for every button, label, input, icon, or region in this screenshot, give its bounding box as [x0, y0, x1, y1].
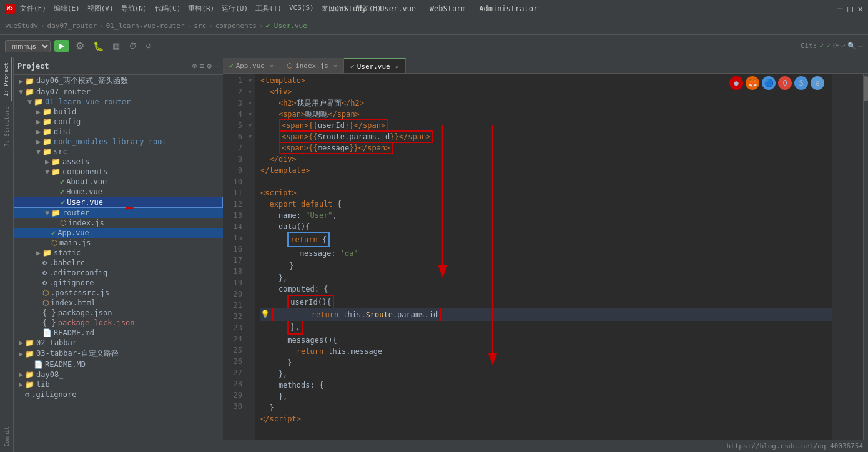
- tree-item-about[interactable]: ✔ About.vue: [14, 177, 223, 187]
- git-more-button[interactable]: ⋯: [859, 42, 863, 50]
- coverage-button[interactable]: ▦: [110, 40, 122, 52]
- code-text: data(){: [260, 221, 310, 232]
- panel-layout-icon[interactable]: ≡: [200, 61, 205, 71]
- chrome-icon[interactable]: ●: [729, 76, 743, 90]
- tree-item-packagelock[interactable]: { } package-lock.json: [14, 318, 223, 328]
- maximize-button[interactable]: □: [847, 4, 852, 14]
- git-back-button[interactable]: ↩: [841, 42, 846, 50]
- tree-item-dist[interactable]: ▶ 📁 dist: [14, 127, 223, 137]
- menu-refactor[interactable]: 重构(R): [188, 4, 214, 13]
- menu-code[interactable]: 代码(C): [155, 4, 181, 13]
- breadcrumb-src[interactable]: src: [194, 22, 206, 30]
- breadcrumb: vueStudy › day07_router › 01_learn-vue-r…: [0, 17, 868, 35]
- tree-item-gitignore[interactable]: ⚙ .gitignore: [14, 278, 223, 288]
- tree-label: build: [54, 107, 76, 116]
- safari-icon[interactable]: S: [794, 76, 808, 90]
- tab-indexjs[interactable]: ⬡ index.js ✕: [280, 58, 344, 73]
- tree-item-editorconfig[interactable]: ⚙ .editorconfig: [14, 268, 223, 278]
- fold-arrow-11[interactable]: ▼: [245, 97, 255, 109]
- tab-appvue[interactable]: ✔ App.vue ✕: [223, 58, 280, 73]
- breadcrumb-project[interactable]: vueStudy: [5, 22, 38, 30]
- tree-item-02tabbar[interactable]: ▶ 📁 02-tabbar: [14, 338, 223, 348]
- tree-item-readme[interactable]: 📄 README.md: [14, 328, 223, 338]
- tree-item-static[interactable]: ▶ 📁 static: [14, 248, 223, 258]
- tree-item-appvue[interactable]: ✔ App.vue: [14, 228, 223, 238]
- run-button[interactable]: ▶: [54, 40, 69, 52]
- tree-item-day08[interactable]: ▶ 📁 day08_: [14, 370, 223, 380]
- tree-item-indexhtml[interactable]: ⬡ index.html: [14, 298, 223, 308]
- tree-item-node-modules[interactable]: ▶ 📁 node_modules library root: [14, 137, 223, 147]
- menu-view[interactable]: 视图(V): [87, 4, 114, 13]
- tree-item-home[interactable]: ✔ Home.vue: [14, 187, 223, 197]
- tree-item-gitignore-root[interactable]: ⚙ .gitignore: [14, 390, 223, 400]
- tree-label: lib: [36, 380, 50, 389]
- rerun-button[interactable]: ↺: [143, 41, 154, 52]
- scrollbar-thumb[interactable]: [864, 76, 868, 101]
- tree-item-03tabbar[interactable]: ▶ 📁 03-tabbar-自定义路径: [14, 348, 223, 360]
- build-button[interactable]: ⚙: [73, 39, 87, 53]
- code-text: </template>: [260, 165, 310, 176]
- scrollbar-track[interactable]: [863, 74, 868, 440]
- fold-arrow-30[interactable]: ▼: [245, 131, 255, 142]
- git-check1[interactable]: ✓: [820, 42, 824, 50]
- tree-label: .gitignore: [49, 278, 94, 287]
- tree-item-01learn[interactable]: ▼ 📁 01_learn-vue-router: [14, 97, 223, 107]
- tree-item-user[interactable]: ✔ User.vue: [14, 197, 223, 208]
- menu-file[interactable]: 文件(F): [20, 4, 46, 13]
- profile-button[interactable]: ⏱: [126, 40, 139, 52]
- tree-item-babelrc[interactable]: ⚙ .babelrc: [14, 258, 223, 268]
- tree-item-readmemd[interactable]: 📄 README.MD: [14, 360, 223, 370]
- tree-item-indexjs[interactable]: ⬡ index.js: [14, 218, 223, 228]
- tree-item-build[interactable]: ▶ 📁 build: [14, 107, 223, 117]
- tab-uservue[interactable]: ✔ User.vue ✕: [344, 58, 406, 73]
- tree-item-mainjs[interactable]: ⬡ main.js: [14, 238, 223, 248]
- breadcrumb-components[interactable]: components: [215, 22, 257, 30]
- close-button[interactable]: ✕: [858, 4, 863, 14]
- fold-arrow-9[interactable]: ▼: [245, 86, 255, 97]
- ie-icon[interactable]: e: [811, 76, 824, 90]
- titlebar: WS 文件(F) 编辑(E) 视图(V) 导航(N) 代码(C) 重构(R) 运…: [0, 0, 868, 17]
- code-content[interactable]: <template> <div> <h2>我是用户界面</h2> <span>嗯…: [255, 74, 832, 440]
- menu-vcs[interactable]: VCS(S): [289, 4, 314, 13]
- tree-item-assets[interactable]: ▶ 📁 assets: [14, 157, 223, 167]
- window-controls[interactable]: ─ □ ✕: [837, 4, 863, 14]
- git-history-button[interactable]: ⟳: [833, 42, 839, 50]
- git-search-button[interactable]: 🔍: [847, 42, 856, 50]
- folder-icon: 📁: [51, 157, 61, 166]
- panel-add-icon[interactable]: ⊕: [192, 61, 197, 71]
- tree-item-lib[interactable]: ▶ 📁 lib: [14, 380, 223, 390]
- fold-arrow-1[interactable]: ▼: [245, 75, 255, 86]
- menu-run[interactable]: 运行(U): [222, 4, 248, 13]
- debug-button[interactable]: 🐛: [91, 40, 106, 52]
- breadcrumb-01[interactable]: 01_learn-vue-router: [106, 22, 185, 30]
- file-selector[interactable]: mmm.js: [5, 40, 51, 52]
- tree-item-day07[interactable]: ▼ 📁 day07_router: [14, 87, 223, 97]
- tree-item-config[interactable]: ▶ 📁 config: [14, 117, 223, 127]
- tab-close-icon[interactable]: ✕: [270, 62, 274, 69]
- menu-tools[interactable]: 工具(T): [255, 4, 282, 13]
- tree-item-postcss[interactable]: ⬡ .postcssrc.js: [14, 288, 223, 298]
- firefox-icon[interactable]: 🦊: [746, 76, 759, 90]
- tab-close-icon[interactable]: ✕: [395, 63, 399, 70]
- git-check2[interactable]: ✓: [826, 42, 831, 50]
- edge-icon[interactable]: 🔵: [762, 76, 776, 90]
- panel-collapse-icon[interactable]: ─: [214, 61, 219, 71]
- fold-arrow-20[interactable]: ▼: [245, 120, 255, 131]
- tab-close-icon[interactable]: ✕: [333, 62, 337, 69]
- opera-icon[interactable]: O: [778, 76, 792, 90]
- menu-navigate[interactable]: 导航(N): [121, 4, 147, 13]
- menu-edit[interactable]: 编辑(E): [54, 4, 80, 13]
- breadcrumb-day07[interactable]: day07_router: [47, 22, 97, 30]
- vtab-structure[interactable]: 7: Structure: [2, 101, 11, 152]
- vtab-project[interactable]: 1: Project: [2, 57, 12, 101]
- fold-arrow-12[interactable]: ▼: [245, 109, 255, 120]
- vtab-commit[interactable]: Commit: [2, 421, 11, 452]
- panel-settings-icon[interactable]: ⚙: [207, 61, 212, 71]
- tree-item-packagejson[interactable]: { } package.json: [14, 308, 223, 318]
- minimize-button[interactable]: ─: [837, 4, 842, 14]
- tree-item-day06[interactable]: ▶ 📁 day06_两个模式_箭头函数: [14, 75, 223, 87]
- tree-item-src[interactable]: ▼ 📁 src: [14, 147, 223, 157]
- yellow-bulb-icon[interactable]: 💡: [260, 308, 270, 320]
- tree-item-components[interactable]: ▼ 📁 components: [14, 167, 223, 177]
- tree-item-router[interactable]: ▼ 📁 router: [14, 208, 223, 218]
